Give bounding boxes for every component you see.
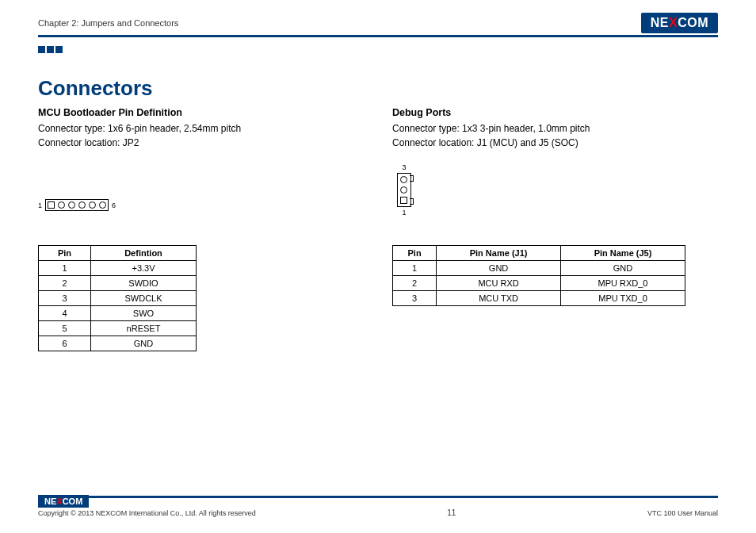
cell-pin: 1 bbox=[39, 261, 91, 276]
table-row: 1+3.3V bbox=[39, 261, 197, 276]
cell-pin: 6 bbox=[39, 336, 91, 351]
cell-pin: 2 bbox=[39, 276, 91, 291]
th-pin: Pin bbox=[39, 246, 91, 261]
table-header-row: Pin Defintion bbox=[39, 246, 197, 261]
pin-2-icon bbox=[58, 201, 65, 209]
top-rule bbox=[38, 35, 718, 37]
chapter-label: Chapter 2: Jumpers and Connectors bbox=[38, 18, 178, 28]
left-column: MCU Bootloader Pin Definition Connector … bbox=[38, 107, 355, 351]
cell-pin: 4 bbox=[39, 306, 91, 321]
cell-j5: MPU TXD_0 bbox=[561, 291, 685, 306]
mcu-connector-type: Connector type: 1x6 6-pin header, 2.54mm… bbox=[38, 123, 355, 134]
debug-pin-table: Pin Pin Name (J1) Pin Name (J5) 1GNDGND … bbox=[392, 245, 685, 306]
j1j5-connector-icon: 3 1 bbox=[397, 163, 411, 217]
debug-connector-type: Connector type: 1x3 3-pin header, 1.0mm … bbox=[392, 123, 709, 134]
cell-def: SWO bbox=[91, 306, 197, 321]
cell-pin: 5 bbox=[39, 321, 91, 336]
manual-name: VTC 100 User Manual bbox=[647, 509, 718, 517]
cell-def: +3.3V bbox=[91, 261, 197, 276]
table-header-row: Pin Pin Name (J1) Pin Name (J5) bbox=[393, 246, 685, 261]
copyright-text: Copyright © 2013 NEXCOM International Co… bbox=[38, 509, 256, 517]
footer-left: NEXCOM Copyright © 2013 NEXCOM Internati… bbox=[38, 495, 256, 517]
table-row: 5nRESET bbox=[39, 321, 197, 336]
decorative-squares bbox=[38, 46, 63, 53]
cell-j1: MCU TXD bbox=[437, 291, 561, 306]
pin-6-icon bbox=[99, 201, 106, 209]
jp2-connector-icon: 1 6 bbox=[38, 199, 116, 211]
cell-j5: GND bbox=[561, 261, 685, 276]
page-header: Chapter 2: Jumpers and Connectors NEXCOM bbox=[38, 13, 718, 33]
logo-x: X bbox=[669, 16, 678, 29]
table-row: 6GND bbox=[39, 336, 197, 351]
jp2-body bbox=[45, 199, 109, 211]
j1j5-pin1-label: 1 bbox=[397, 209, 411, 217]
cell-def: GND bbox=[91, 336, 197, 351]
j1j5-pin3-label: 3 bbox=[397, 163, 411, 171]
jp2-pin6-label: 6 bbox=[112, 201, 116, 209]
jp2-diagram: 1 6 bbox=[38, 151, 355, 239]
table-row: 2MCU RXDMPU RXD_0 bbox=[393, 276, 685, 291]
table-row: 2SWDIO bbox=[39, 276, 197, 291]
nexcom-logo: NEXCOM bbox=[641, 13, 718, 33]
pin-5-icon bbox=[89, 201, 96, 209]
mcu-bootloader-heading: MCU Bootloader Pin Definition bbox=[38, 107, 355, 118]
cell-def: SWDCLK bbox=[91, 291, 197, 306]
j1-j5-diagram: 3 1 bbox=[392, 151, 709, 239]
logo-post: COM bbox=[678, 16, 708, 29]
pin-1-icon bbox=[48, 201, 55, 209]
th-definition: Defintion bbox=[91, 246, 197, 261]
jp2-pin1-label: 1 bbox=[38, 201, 42, 209]
nexcom-logo-small: NEXCOM bbox=[38, 495, 89, 508]
j1j5-body bbox=[397, 173, 411, 207]
cell-j1: MCU RXD bbox=[437, 276, 561, 291]
page-number: 11 bbox=[447, 508, 456, 517]
pin-1-icon bbox=[400, 197, 407, 204]
cell-pin: 1 bbox=[393, 261, 437, 276]
pin-3-icon bbox=[68, 201, 75, 209]
page-footer: NEXCOM Copyright © 2013 NEXCOM Internati… bbox=[38, 495, 718, 517]
debug-connector-location: Connector location: J1 (MCU) and J5 (SOC… bbox=[392, 137, 709, 148]
th-j1: Pin Name (J1) bbox=[437, 246, 561, 261]
jp2-pin-table: Pin Defintion 1+3.3V 2SWDIO 3SWDCLK 4SWO… bbox=[38, 245, 197, 351]
table-row: 4SWO bbox=[39, 306, 197, 321]
cell-pin: 2 bbox=[393, 276, 437, 291]
debug-ports-heading: Debug Ports bbox=[392, 107, 709, 118]
pin-2-icon bbox=[400, 186, 407, 194]
th-j5: Pin Name (J5) bbox=[561, 246, 685, 261]
cell-pin: 3 bbox=[393, 291, 437, 306]
page-title: Connectors bbox=[38, 76, 152, 101]
pin-3-icon bbox=[400, 176, 407, 183]
cell-def: nRESET bbox=[91, 321, 197, 336]
table-row: 1GNDGND bbox=[393, 261, 685, 276]
cell-j1: GND bbox=[437, 261, 561, 276]
cell-def: SWDIO bbox=[91, 276, 197, 291]
cell-pin: 3 bbox=[39, 291, 91, 306]
th-pin: Pin bbox=[393, 246, 437, 261]
logo-pre: NE bbox=[651, 16, 669, 29]
mcu-connector-location: Connector location: JP2 bbox=[38, 137, 355, 148]
cell-j5: MPU RXD_0 bbox=[561, 276, 685, 291]
table-row: 3SWDCLK bbox=[39, 291, 197, 306]
right-column: Debug Ports Connector type: 1x3 3-pin he… bbox=[392, 107, 709, 306]
pin-4-icon bbox=[78, 201, 86, 209]
table-row: 3MCU TXDMPU TXD_0 bbox=[393, 291, 685, 306]
